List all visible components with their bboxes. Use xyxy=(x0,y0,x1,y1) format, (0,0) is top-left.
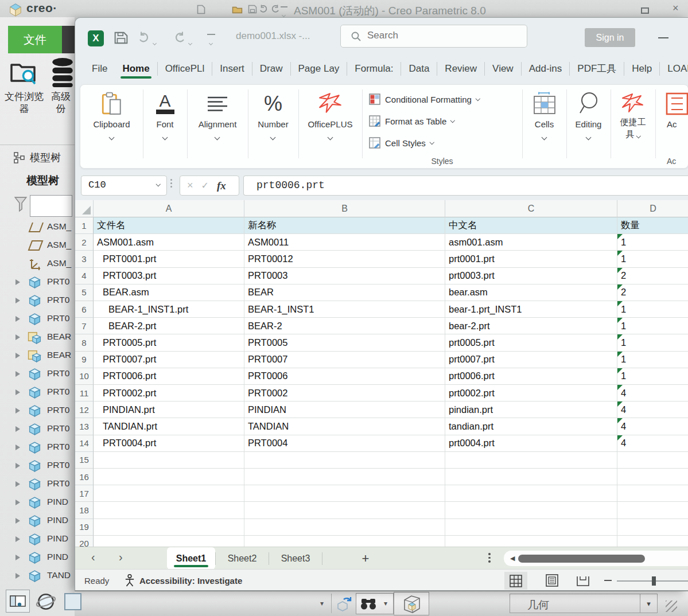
ribbon-group-convenient-tools[interactable]: 便捷工具 xyxy=(611,85,655,169)
cell-B17[interactable] xyxy=(244,485,445,502)
excel-logo-icon[interactable]: X xyxy=(88,30,104,46)
cell-A13[interactable]: TANDIAN.prt xyxy=(94,418,244,435)
cell-B15[interactable] xyxy=(244,452,445,469)
minimize-icon[interactable] xyxy=(658,37,668,38)
cell-B16[interactable] xyxy=(244,469,445,485)
cell-C16[interactable] xyxy=(445,469,617,485)
cell-A14[interactable]: PRT0004.prt xyxy=(94,435,244,452)
tab-draw[interactable]: Draw xyxy=(252,57,290,80)
cell-B8[interactable]: PRT0005 xyxy=(244,334,445,351)
3d-box-select-button[interactable] xyxy=(394,592,429,615)
tree-item-pind-17[interactable]: PIND xyxy=(0,512,75,530)
tree-item-prt0-9[interactable]: PRT0 xyxy=(0,365,75,383)
ribbon-group-partial[interactable]: Ac Ac xyxy=(655,85,688,169)
cell-C14[interactable]: prt0004.prt xyxy=(445,435,617,452)
search-box[interactable] xyxy=(340,25,527,48)
chevron-down-icon[interactable] xyxy=(585,135,591,141)
expand-arrow-icon[interactable] xyxy=(15,389,20,395)
cell-C15[interactable] xyxy=(445,452,617,469)
tab-help[interactable]: Help xyxy=(624,57,659,80)
tree-item-tand-20[interactable]: TAND xyxy=(0,567,75,585)
combobox-chevron-icon[interactable]: ▾ xyxy=(640,594,657,613)
cell-D13[interactable]: 4 xyxy=(617,418,688,435)
cell-C5[interactable]: bear.asm xyxy=(445,284,617,301)
resize-grip[interactable] xyxy=(666,601,677,612)
cell-D11[interactable]: 4 xyxy=(617,385,688,401)
show-panel-icon[interactable] xyxy=(6,590,30,613)
formula-input[interactable]: prt0006.prt xyxy=(243,176,688,196)
row-header-14[interactable]: 14 xyxy=(75,435,94,452)
cell-C18[interactable] xyxy=(445,502,617,518)
tab-pdf工具[interactable]: PDF工具 xyxy=(570,57,624,80)
row-header-9[interactable]: 9 xyxy=(75,352,94,368)
redo-chevron-icon[interactable] xyxy=(189,37,192,47)
cell-D2[interactable]: 1 xyxy=(617,234,688,251)
scrollbar-thumb[interactable] xyxy=(518,555,645,563)
row-header-15[interactable]: 15 xyxy=(75,452,94,469)
tab-page-lay[interactable]: Page Lay xyxy=(291,57,347,80)
ribbon-group-number[interactable]: % Number xyxy=(248,85,298,169)
row-header-4[interactable]: 4 xyxy=(75,268,94,284)
cell-A8[interactable]: PRT0005.prt xyxy=(94,334,244,351)
tree-item-prt0-14[interactable]: PRT0 xyxy=(0,457,75,475)
column-header-a[interactable]: A xyxy=(94,200,244,217)
sheet-tab-sheet3[interactable]: Sheet3 xyxy=(269,553,322,564)
sheet-menu-dots-icon[interactable] xyxy=(488,553,491,563)
page-layout-view-icon[interactable] xyxy=(546,574,558,587)
row-header-11[interactable]: 11 xyxy=(75,385,94,401)
row-header-13[interactable]: 13 xyxy=(75,418,94,435)
cell-B18[interactable] xyxy=(244,502,445,518)
find-dropdown-chevron-icon[interactable]: ▾ xyxy=(384,599,387,607)
cell-A9[interactable]: PRT0007.prt xyxy=(94,352,244,368)
expand-arrow-icon[interactable] xyxy=(15,408,20,414)
tree-item-pind-16[interactable]: PIND xyxy=(0,493,75,512)
cell-A15[interactable] xyxy=(94,452,244,469)
model-tree-tab[interactable]: 模型树 xyxy=(30,151,61,165)
cell-C17[interactable] xyxy=(445,485,617,502)
chevron-down-icon[interactable] xyxy=(541,135,547,141)
expand-arrow-icon[interactable] xyxy=(15,536,20,542)
cell-D7[interactable]: 1 xyxy=(617,318,688,334)
tree-item-prt0-12[interactable]: PRT0 xyxy=(0,420,75,438)
cell-B2[interactable]: ASM0011 xyxy=(244,234,445,251)
save-icon[interactable] xyxy=(248,5,257,14)
tree-item-prt0-5[interactable]: PRT0 xyxy=(0,291,75,310)
column-header-c[interactable]: C xyxy=(445,200,617,217)
cell-D5[interactable]: 2 xyxy=(617,284,688,301)
tree-item-prt0-4[interactable]: PRT0 xyxy=(0,273,75,291)
cell-A2[interactable]: ASM001.asm xyxy=(94,234,244,251)
expand-arrow-icon[interactable] xyxy=(15,500,20,505)
cell-styles-button[interactable]: Cell Styles xyxy=(369,134,433,151)
cell-A1[interactable]: 文件名 xyxy=(94,217,244,234)
cell-B13[interactable]: TANDIAN xyxy=(244,418,445,435)
cell-D4[interactable]: 2 xyxy=(617,268,688,284)
cell-B19[interactable] xyxy=(244,519,445,536)
tree-item-prt0-6[interactable]: PRT0 xyxy=(0,310,75,328)
cell-B1[interactable]: 新名称 xyxy=(244,217,445,234)
enter-icon[interactable]: ✓ xyxy=(201,180,209,191)
tree-item-bear-7[interactable]: BEAR xyxy=(0,328,75,346)
insert-function-icon[interactable]: fx xyxy=(217,180,226,192)
tab-view[interactable]: View xyxy=(485,57,521,80)
row-header-17[interactable]: 17 xyxy=(75,485,94,502)
add-sheet-button[interactable]: + xyxy=(322,551,409,566)
cell-C6[interactable]: bear-1.prt_INST1 xyxy=(445,301,617,318)
cell-D12[interactable]: 4 xyxy=(617,401,688,418)
select-all-corner[interactable] xyxy=(75,200,94,217)
tab-load-te[interactable]: LOAD TE xyxy=(660,57,688,80)
regenerate-icon[interactable] xyxy=(336,595,354,613)
cell-D3[interactable]: 1 xyxy=(617,251,688,267)
row-header-19[interactable]: 19 xyxy=(75,519,94,536)
row-header-18[interactable]: 18 xyxy=(75,502,94,518)
filter-icon[interactable] xyxy=(14,196,28,212)
chevron-down-icon[interactable] xyxy=(108,135,114,141)
cell-A17[interactable] xyxy=(94,485,244,502)
chevron-down-icon[interactable] xyxy=(327,135,333,141)
expand-arrow-icon[interactable] xyxy=(15,481,20,487)
page-break-view-icon[interactable] xyxy=(577,574,589,587)
tab-home[interactable]: Home xyxy=(115,57,157,80)
cell-A11[interactable]: PRT0002.prt xyxy=(94,385,244,401)
cell-A3[interactable]: PRT0001.prt xyxy=(94,251,244,267)
cell-B11[interactable]: PRT0002 xyxy=(244,385,445,401)
save-icon[interactable] xyxy=(114,32,128,44)
